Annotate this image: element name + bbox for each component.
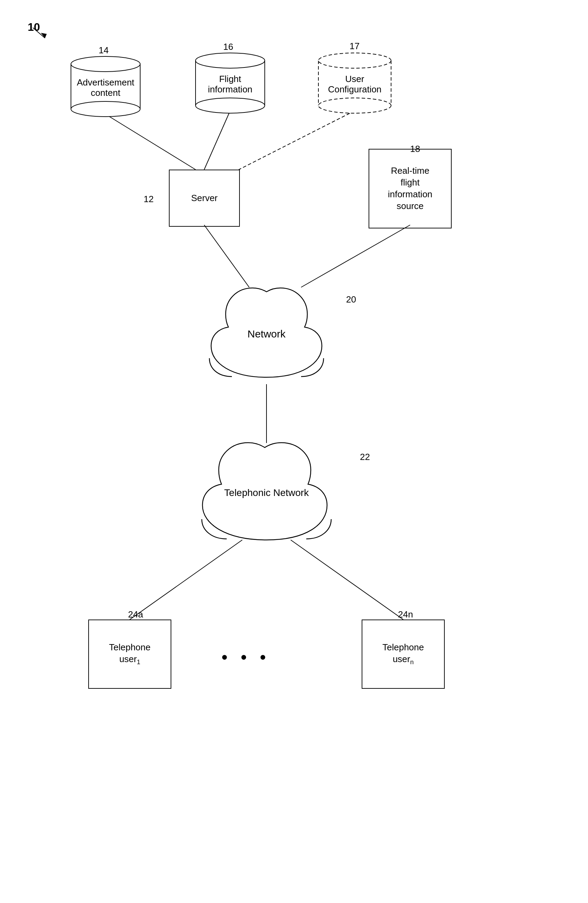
ref-24n: 24n — [398, 609, 413, 620]
tel-usern-box: Telephoneusern — [362, 620, 445, 689]
svg-text:information: information — [208, 84, 253, 94]
realtime-box: Real-timeflightinformationsource — [369, 149, 452, 228]
svg-text:User: User — [345, 74, 365, 84]
ref-24a: 24a — [128, 609, 143, 620]
svg-line-1 — [204, 111, 230, 170]
svg-line-4 — [301, 225, 410, 287]
figure-label: 10 — [28, 21, 40, 33]
svg-line-2 — [239, 111, 355, 170]
diagram-container: 10 14 Advertisement content 16 Flight — [0, 0, 588, 903]
server-label: Server — [191, 192, 218, 204]
svg-point-21 — [195, 53, 265, 68]
tel-usern-label: Telephoneusern — [382, 642, 424, 667]
flight-info-cylinder: Flight information — [192, 50, 268, 114]
svg-point-13 — [71, 101, 140, 116]
svg-text:Telephonic Network: Telephonic Network — [224, 487, 309, 498]
ad-content-cylinder: Advertisement content — [68, 53, 144, 118]
realtime-label: Real-timeflightinformationsource — [388, 165, 432, 212]
ellipsis-dots: • • • — [222, 647, 270, 667]
network-cloud: Network — [184, 280, 349, 391]
telephonic-network-cloud: Telephonic Network — [171, 438, 362, 552]
svg-point-28 — [318, 53, 391, 68]
svg-point-14 — [71, 57, 140, 72]
svg-point-20 — [195, 98, 265, 113]
svg-point-27 — [318, 98, 391, 113]
user-config-cylinder: User Configuration — [315, 50, 395, 114]
svg-text:content: content — [91, 88, 120, 98]
tel-user1-label: Telephoneuser1 — [109, 642, 151, 667]
svg-text:Advertisement: Advertisement — [77, 77, 135, 88]
svg-marker-9 — [41, 33, 47, 38]
tel-user1-box: Telephoneuser1 — [88, 620, 171, 689]
svg-line-3 — [204, 225, 249, 287]
svg-text:Configuration: Configuration — [328, 84, 382, 94]
svg-text:Network: Network — [247, 328, 286, 340]
ref-12: 12 — [144, 194, 154, 205]
svg-text:Flight: Flight — [219, 74, 241, 84]
server-box: Server — [169, 170, 240, 227]
svg-line-0 — [105, 114, 195, 170]
